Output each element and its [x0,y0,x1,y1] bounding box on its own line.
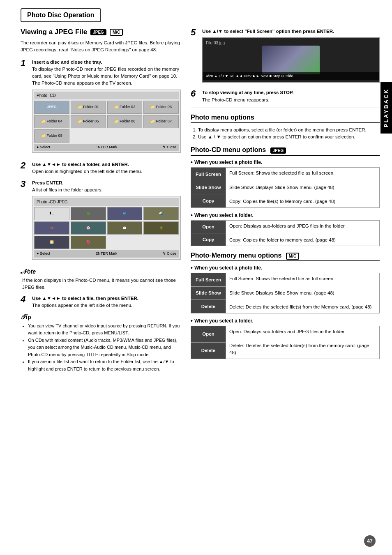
screenshot-1-footer: ● Select ENTER Mark ↰ Close [34,144,179,151]
footer-close: ↰ Close [162,145,176,150]
step-3-content: Press ENTER. A list of files in the fold… [32,180,181,264]
note-box: 𝒩 ote If the icon displays in the Photo-… [21,268,181,291]
viewing-heading: Viewing a JPEG File JPEG M/C [21,28,181,36]
file-cell-1: 🌿 [71,207,106,220]
fullscreen-filename: File 03.jpg [206,40,225,46]
file-cell-5: 🌸 [71,221,106,235]
photo-cd-photo-table: Full Screen Full Screen: Shows the selec… [191,167,380,207]
desc-mem-fullscreen: Full Screen: Shows the selected file as … [229,276,334,281]
photo-cd-folder-table: Open Open: Displays sub-folders and JPEG… [191,220,380,246]
tip-title: 𝒯 ip [21,313,181,321]
grid-cell-f6: 📁 Folder 06 [107,115,143,128]
photo-memory-label-fullscreen: Full Screen [191,273,226,286]
photo-memory-when-photo: • When you select a photo file. [191,265,380,271]
photo-menu-intro-1: To display menu options, select a file (… [198,127,380,134]
bullet-4: • [191,318,193,324]
step-2-bold: Use ▲▼◄► to select a folder, and ENTER. [32,162,129,167]
desc-copy-folder: Copy: Copies the folder to memory card. … [229,237,336,242]
photo-cd-folder-desc: Open: Displays sub-folders and JPEG file… [226,220,380,246]
photo-memory-label-delete: Delete [191,300,226,313]
jpeg-badge: JPEG [90,29,106,35]
page-number: 47 [364,535,376,547]
photo-cd-when-photo: • When you select a photo file. [191,159,380,166]
photo-memory-folder-row-1: Open Open: Displays sub-folders and JPEG… [191,326,380,342]
tip-list: You can view TV channel or video input s… [21,322,181,373]
grid-cell-jpeg: JPEG [34,101,69,114]
desc-mem-delete: Delete: Deletes the selected file(s) fro… [229,304,371,309]
tip-item-3: If you are in a file list and want to re… [28,358,181,373]
step-4-bold: Use ▲▼◄► to select a file, then press EN… [32,296,138,301]
photo-memory-desc-all: Full Screen: Shows the selected file as … [226,273,380,313]
bullet-2: • [191,212,193,219]
step-6-text: The Photo-CD menu reappears. [202,97,270,102]
photo-cd-label-slideshow: Slide Show [191,181,226,194]
tip-title-text: ip [26,314,31,320]
file-cell-up: ⬆.. [34,207,69,220]
photo-cd-desc-all: Full Screen: Shows the selected file as … [226,168,380,207]
step-6-bold: To stop viewing at any time, press STOP. [202,90,293,95]
photo-cd-folder-label-open: Open [191,220,226,233]
step-6-content: To stop viewing at any time, press STOP.… [202,89,380,104]
file-cell-6: 🏔 [107,221,143,235]
desc-mem-open: Open: Displays sub-folders and JPEG file… [229,329,346,334]
photo-cd-when-folder-text: When you select a folder. [194,212,254,218]
step-1: 1 Insert a disc and close the tray. To d… [21,59,181,157]
photo-memory-badge: M/C [286,253,299,260]
step-5: 5 Use ▲/▼ to select "Full Screen" option… [191,28,380,85]
photo-cd-when-folder: • When you select a folder. [191,212,380,219]
step-4: 4 Use ▲▼◄► to select a file, then press … [21,295,181,309]
footer-select: ● Select [37,145,50,150]
note-title-text: ote [27,268,36,275]
photo-memory-photo-row-1: Full Screen Full Screen: Shows the selec… [191,273,380,286]
file-cell-9: 🌺 [71,236,106,249]
note-n-icon: 𝒩 [21,268,26,275]
desc-slideshow: Slide Show: Displays Slide Show menu. (p… [229,185,334,190]
step-1-number: 1 [21,59,30,68]
screenshot-2-grid: ⬆.. 🌿 🐦 🌊 🦋 🌸 🏔 🌴 🌅 🌺 [34,207,179,249]
note-title: 𝒩 ote [21,268,181,275]
screenshot-2-header: Photo -CD JPEG [34,198,179,206]
bullet-3: • [191,265,193,271]
step-3-bold: Press ENTER. [32,180,64,185]
desc-mem-slideshow: Slide Show: Displays Slide Show menu. (p… [229,290,334,295]
file-cell-8: 🌅 [34,236,69,249]
photo-memory-title: Photo-Memory menu options M/C [191,252,380,261]
fullscreen-controls: 4/20 ▲ ↓/0 ▼ ↓/0 ◄◄ Prev ►► Next ■ Stop … [203,72,379,81]
photo-cd-label-fullscreen: Full Screen [191,168,226,181]
grid-cell-f3: 📁 Folder 03 [143,101,179,114]
screenshot-1: Photo -CD JPEG 📁 Folder 01 📁 Folder 02 📁… [32,90,181,153]
right-column: 5 Use ▲/▼ to select "Full Screen" option… [191,28,380,377]
note-text: If the icon displays in the Photo-CD men… [21,277,181,291]
screenshot-2-footer: ● Select ENTER Mark ↰ Close [34,250,179,258]
photo-menu-intro: To display menu options, select a file (… [191,127,380,141]
photo-memory-photo-table: Full Screen Full Screen: Shows the selec… [191,273,380,313]
step-6-number: 6 [191,89,200,98]
mc-badge: M/C [110,29,123,36]
section-title: Photo Disc Operation [21,8,101,22]
photo-cd-photo-row-1: Full Screen Full Screen: Shows the selec… [191,168,380,181]
photo-memory-folder-desc: Open: Displays sub-folders and JPEG file… [226,326,380,359]
step-3-number: 3 [21,180,30,189]
step-3-text: A list of files in the folder appears. [32,187,103,192]
photo-cd-title-text: Photo-CD menu options [191,146,266,153]
tip-box: 𝒯 ip You can view TV channel or video in… [21,313,181,373]
photo-memory-label-slideshow: Slide Show [191,286,226,299]
desc-open: Open: Displays sub-folders and JPEG file… [229,223,346,228]
photo-memory-when-folder: • When you select a folder. [191,318,380,324]
footer2-close: ↰ Close [162,251,176,257]
file-cell-3: 🌊 [143,207,179,220]
page-container: PLAYBACK Photo Disc Operation Viewing a … [0,0,392,555]
desc-fullscreen: Full Screen: Shows the selected file as … [229,170,334,175]
tip-item-2: On CDs with mixed content (Audio tracks,… [28,337,181,359]
step-2-text: Open icon is highlighted on the left sid… [32,169,142,174]
photo-memory-title-text: Photo-Memory menu options [191,252,281,259]
step-1-text: To display the Photo-CD menu for JPEG fi… [32,67,179,86]
grid-cell-f8: 📁 Folder 08 [34,129,69,143]
step-2-content: Use ▲▼◄► to select a folder, and ENTER. … [32,161,181,175]
step-5-content: Use ▲/▼ to select "Full Screen" option t… [202,28,380,85]
step-3: 3 Press ENTER. A list of files in the fo… [21,180,181,264]
photo-cd-label-copy: Copy [191,194,226,207]
fullscreen-mock: File 03.jpg 4/20 ▲ ↓/0 ▼ ↓/0 ◄◄ Prev ►► … [202,37,380,83]
side-tab: PLAYBACK [380,82,392,134]
viewing-title: Viewing a JPEG File [21,28,87,36]
